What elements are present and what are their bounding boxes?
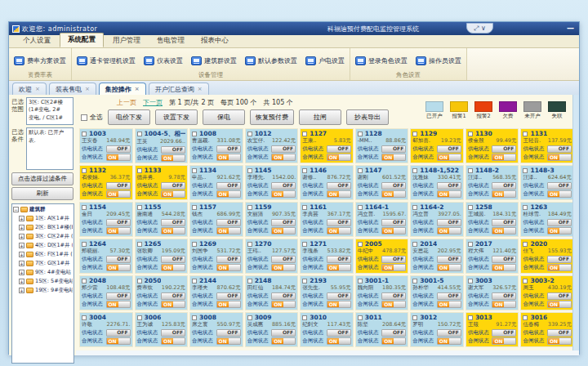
power-toggle[interactable]: OFF xyxy=(106,145,131,153)
action-button[interactable]: 设置下发 xyxy=(155,109,198,125)
expand-icon[interactable]: + xyxy=(19,252,24,257)
power-toggle[interactable]: OFF xyxy=(547,292,572,300)
expand-icon[interactable]: + xyxy=(19,216,24,221)
gate-toggle[interactable]: ON xyxy=(547,301,572,308)
ribbon-button[interactable]: 建筑群设置 xyxy=(191,56,237,65)
power-toggle[interactable]: OFF xyxy=(547,182,572,190)
room-checkbox[interactable] xyxy=(192,242,197,247)
ribbon-button[interactable]: 登录角色设置 xyxy=(355,56,408,65)
tab-close-icon[interactable]: × xyxy=(135,86,140,92)
tree-item-8[interactable]: +15区: 5#变电站 (3#变 xyxy=(13,278,73,285)
gate-toggle[interactable]: ON xyxy=(437,227,461,234)
gate-toggle[interactable]: ON xyxy=(547,337,572,345)
ribbon-button[interactable]: 默认参数设置 xyxy=(245,56,297,65)
power-toggle[interactable]: OFF xyxy=(161,219,185,226)
room-checkbox[interactable] xyxy=(358,168,363,173)
gate-toggle[interactable]: ON xyxy=(216,301,241,308)
power-toggle[interactable]: OFF xyxy=(106,292,131,300)
power-toggle[interactable]: OFF xyxy=(216,256,241,263)
power-toggle[interactable]: OFF xyxy=(381,256,406,263)
room-checkbox[interactable] xyxy=(247,168,252,173)
gate-toggle[interactable]: ON xyxy=(437,264,461,271)
expand-icon[interactable]: + xyxy=(19,279,24,284)
room-checkbox[interactable] xyxy=(358,315,363,320)
room-checkbox[interactable] xyxy=(523,132,528,136)
room-checkbox[interactable] xyxy=(523,315,528,320)
gate-toggle[interactable]: ON xyxy=(161,154,185,162)
ribbon-button[interactable]: 通卡管理机设置 xyxy=(77,56,136,65)
tree-item-3[interactable]: +3区: C区2#井 (1#变 xyxy=(13,233,73,240)
menu-item-3[interactable]: 用户管理 xyxy=(105,34,148,47)
room-checkbox[interactable] xyxy=(412,242,417,247)
gate-toggle[interactable]: ON xyxy=(437,190,461,198)
room-checkbox[interactable] xyxy=(192,279,197,283)
gate-toggle[interactable]: ON xyxy=(161,190,185,198)
power-toggle[interactable]: OFF xyxy=(327,256,351,263)
condition-textbox[interactable]: 默认表: 已开户 表. xyxy=(26,127,74,170)
tree-item-5[interactable]: +6区: F区1#井 (F区1# xyxy=(13,251,73,258)
tree-item-7[interactable]: +9区: 4#变电站 (4#变 xyxy=(13,269,73,276)
room-checkbox[interactable] xyxy=(82,168,87,173)
gate-toggle[interactable]: ON xyxy=(271,301,296,308)
action-button[interactable]: 恢复预付费 xyxy=(250,109,294,125)
power-toggle[interactable]: OFF xyxy=(161,182,185,190)
tab-4[interactable]: 开户汇总查询× xyxy=(149,83,209,95)
power-toggle[interactable]: OFF xyxy=(327,219,351,226)
room-checkbox[interactable] xyxy=(468,279,473,283)
gate-toggle[interactable]: ON xyxy=(492,154,516,161)
room-checkbox[interactable] xyxy=(137,242,142,247)
ribbon-button[interactable]: 操作员设置 xyxy=(416,56,461,65)
room-checkbox[interactable] xyxy=(247,315,252,320)
gate-toggle[interactable]: ON xyxy=(437,301,461,308)
power-toggle[interactable]: OFF xyxy=(381,329,406,337)
gate-toggle[interactable]: ON xyxy=(492,227,516,234)
room-checkbox[interactable] xyxy=(468,168,473,173)
room-checkbox[interactable] xyxy=(137,168,142,173)
room-checkbox[interactable] xyxy=(523,168,528,173)
gate-toggle[interactable]: ON xyxy=(547,264,572,271)
room-checkbox[interactable] xyxy=(82,279,87,283)
prev-page-link[interactable]: 上一页 xyxy=(117,98,136,107)
gate-toggle[interactable]: ON xyxy=(492,264,516,271)
tree-item-1[interactable]: +1区: A区1#井 xyxy=(13,215,73,222)
room-checkbox[interactable] xyxy=(192,132,197,136)
room-checkbox[interactable] xyxy=(247,205,252,210)
tab-close-icon[interactable]: × xyxy=(198,86,203,92)
gate-toggle[interactable]: ON xyxy=(381,190,406,198)
gate-toggle[interactable]: ON xyxy=(381,154,406,161)
menu-item-2[interactable]: 系统配置 xyxy=(60,33,104,47)
expand-icon[interactable]: + xyxy=(19,234,24,239)
power-toggle[interactable]: OFF xyxy=(271,182,296,190)
power-toggle[interactable]: OFF xyxy=(492,256,516,263)
room-checkbox[interactable] xyxy=(412,132,417,136)
gate-toggle[interactable]: ON xyxy=(327,154,351,161)
gate-toggle[interactable]: ON xyxy=(216,190,241,198)
room-checkbox[interactable] xyxy=(302,132,307,136)
room-checkbox[interactable] xyxy=(523,205,528,210)
gate-toggle[interactable]: ON xyxy=(161,264,185,271)
refresh-button[interactable]: 刷新 xyxy=(11,187,74,200)
gate-toggle[interactable]: ON xyxy=(271,227,296,234)
ribbon-button[interactable]: 费率方案设置 xyxy=(14,56,66,65)
gate-toggle[interactable]: ON xyxy=(327,227,351,234)
gate-toggle[interactable]: ON xyxy=(106,227,131,234)
next-page-link[interactable]: 下一页 xyxy=(143,98,163,107)
gate-toggle[interactable]: ON xyxy=(327,190,351,198)
gate-toggle[interactable]: ON xyxy=(492,337,516,345)
power-toggle[interactable]: OFF xyxy=(216,182,241,190)
power-toggle[interactable]: OFF xyxy=(437,329,461,337)
gate-toggle[interactable]: ON xyxy=(547,154,572,161)
room-checkbox[interactable] xyxy=(192,315,197,320)
power-toggle[interactable]: OFF xyxy=(271,145,296,153)
scope-listbox[interactable]: 3区: C区2#楼 (1#变电, 2# 变电, / C区1# xyxy=(26,97,74,125)
power-toggle[interactable]: OFF xyxy=(381,219,406,226)
gate-toggle[interactable]: ON xyxy=(216,264,241,271)
tab-close-icon[interactable]: × xyxy=(35,86,40,92)
select-all[interactable]: 全选 xyxy=(81,113,103,122)
room-checkbox[interactable] xyxy=(358,279,363,283)
gate-toggle[interactable]: ON xyxy=(271,264,296,271)
power-toggle[interactable]: OFF xyxy=(492,145,516,153)
room-checkbox[interactable] xyxy=(192,168,197,173)
room-checkbox[interactable] xyxy=(82,132,87,136)
ribbon-button[interactable]: 户电设置 xyxy=(305,56,345,65)
